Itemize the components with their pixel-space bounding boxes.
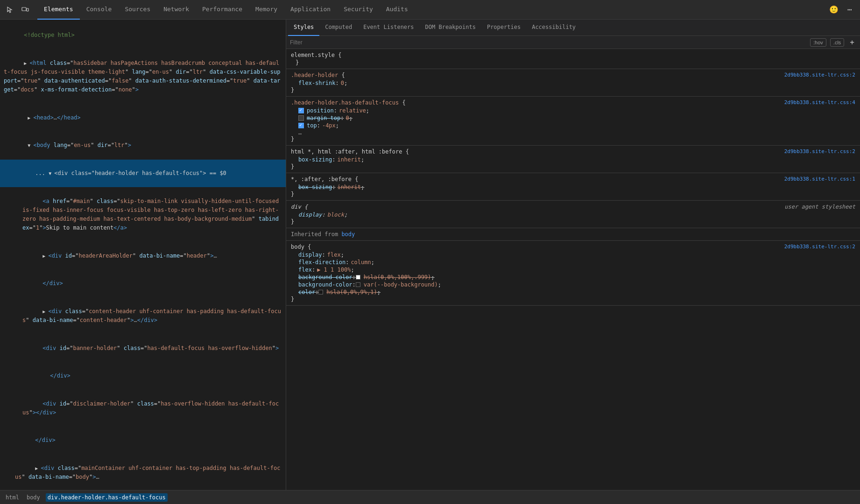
dom-line-close-div2[interactable]: </div> xyxy=(0,362,286,390)
cursor-icon[interactable] xyxy=(4,3,17,16)
css-rule-body: body { 2d9bb338.site-ltr.css:2 display: … xyxy=(286,241,860,306)
styles-panel: Styles Computed Event Listeners DOM Brea… xyxy=(286,20,860,490)
color-swatch-white[interactable] xyxy=(356,275,360,280)
dom-line-close-div3[interactable]: </div> xyxy=(0,427,286,455)
tab-computed[interactable]: Computed xyxy=(319,20,358,36)
dom-line-close-div1[interactable]: </div> xyxy=(0,270,286,298)
css-rule-element-style: element.style { } xyxy=(286,49,860,69)
hov-button[interactable]: :hov xyxy=(810,38,826,47)
device-icon[interactable] xyxy=(19,3,32,16)
inherited-body-link[interactable]: body xyxy=(341,231,355,238)
css-rule-header-holder: .header-holder { 2d9bb338.site-ltr.css:2… xyxy=(286,69,860,97)
tab-application[interactable]: Application xyxy=(284,0,337,20)
tab-console[interactable]: Console xyxy=(80,0,119,20)
main-content: <!doctype html> ▶ <html class="hasSideba… xyxy=(0,20,860,490)
dom-line-doctype[interactable]: <!doctype html> xyxy=(0,21,286,49)
dom-line-header-area[interactable]: ▶ <div id="headerAreaHolder" data-bi-nam… xyxy=(0,242,286,270)
tab-network[interactable]: Network xyxy=(157,0,196,20)
breadcrumb-html[interactable]: html xyxy=(4,493,21,502)
dom-line-content-header[interactable]: ▶ <div class="content-header uhf-contain… xyxy=(0,298,286,335)
css-rule-universal: *, :after, :before { 2d9bb338.site-ltr.c… xyxy=(286,173,860,201)
styles-filter-bar: :hov .cls + xyxy=(286,36,860,49)
dom-line-banner-holder[interactable]: <div id="banner-holder" class="has-defau… xyxy=(0,334,286,362)
prop-checkbox-margin-top[interactable] xyxy=(298,115,304,121)
tab-memory[interactable]: Memory xyxy=(249,0,284,20)
smiley-icon[interactable]: 🙂 xyxy=(827,3,840,16)
css-source-link[interactable]: 2d9bb338.site-ltr.css:2 xyxy=(784,148,855,154)
add-rule-button[interactable]: + xyxy=(848,38,856,47)
tab-event-listeners[interactable]: Event Listeners xyxy=(358,20,419,36)
styles-content[interactable]: element.style { } .header-holder { 2d9bb… xyxy=(286,49,860,490)
dom-line-html[interactable]: ▶ <html class="hasSidebar hasPageActions… xyxy=(0,49,286,104)
tab-elements[interactable]: Elements xyxy=(37,0,80,20)
dom-panel[interactable]: <!doctype html> ▶ <html class="hasSideba… xyxy=(0,20,286,490)
css-rule-div-agent: div { user agent stylesheet display: blo… xyxy=(286,201,860,228)
tab-security[interactable]: Security xyxy=(337,0,380,20)
dom-line-main-container[interactable]: ▶ <div class="mainContainer uhf-containe… xyxy=(0,455,286,490)
dom-line-body[interactable]: ▼ <body lang="en-us" dir="ltr"> xyxy=(0,132,286,160)
dom-line-head[interactable]: ▶ <head>…</head> xyxy=(0,104,286,132)
styles-filter-input[interactable] xyxy=(290,39,810,46)
dom-line-disclaimer[interactable]: <div id="disclaimer-holder" class="has-o… xyxy=(0,390,286,427)
css-rule-header-holder-focus: .header-holder.has-default-focus { 2d9bb… xyxy=(286,97,860,146)
more-options-icon[interactable]: ⋯ xyxy=(843,3,856,16)
svg-rect-0 xyxy=(22,7,26,11)
color-swatch-color[interactable] xyxy=(318,290,323,294)
right-tab-bar: Styles Computed Event Listeners DOM Brea… xyxy=(286,20,860,36)
tab-properties[interactable]: Properties xyxy=(481,20,526,36)
expand-more-button[interactable]: … xyxy=(291,129,855,136)
breadcrumb-header-holder[interactable]: div.header-holder.has-default-focus xyxy=(46,493,168,502)
breadcrumb-body[interactable]: body xyxy=(25,493,42,502)
tab-audits[interactable]: Audits xyxy=(380,0,415,20)
prop-checkbox-position[interactable] xyxy=(298,108,304,113)
tab-sources[interactable]: Sources xyxy=(118,0,157,20)
css-source-link[interactable]: 2d9bb338.site-ltr.css:1 xyxy=(784,176,855,182)
cls-button[interactable]: .cls xyxy=(830,38,845,47)
css-source-link[interactable]: 2d9bb338.site-ltr.css:4 xyxy=(784,99,855,105)
prop-checkbox-top[interactable] xyxy=(298,123,304,128)
dom-line-skip-link[interactable]: <a href="#main" class="skip-to-main-link… xyxy=(0,187,286,242)
user-agent-label: user agent stylesheet xyxy=(784,203,855,210)
inherited-from-header: Inherited from body xyxy=(286,228,860,241)
tab-dom-breakpoints[interactable]: DOM Breakpoints xyxy=(420,20,481,36)
css-source-link[interactable]: 2d9bb338.site-ltr.css:2 xyxy=(784,72,855,78)
css-rule-html-all: html *, html :after, html :before { 2d9b… xyxy=(286,146,860,173)
tab-accessibility[interactable]: Accessibility xyxy=(526,20,581,36)
tab-styles[interactable]: Styles xyxy=(288,20,319,36)
css-source-link[interactable]: 2d9bb338.site-ltr.css:2 xyxy=(784,244,855,250)
top-right-actions: 🙂 ⋯ xyxy=(827,3,856,16)
color-swatch-body-bg[interactable] xyxy=(356,282,360,287)
breadcrumb-bar: html body div.header-holder.has-default-… xyxy=(0,490,860,504)
dom-line-header-holder[interactable]: ... ▼ <div class="header-holder has-defa… xyxy=(0,160,286,188)
top-tab-bar: Elements Console Sources Network Perform… xyxy=(0,0,860,20)
tab-performance[interactable]: Performance xyxy=(196,0,249,20)
devtools-icons xyxy=(4,3,32,16)
filter-actions: :hov .cls + xyxy=(810,38,856,47)
svg-rect-1 xyxy=(27,8,28,11)
